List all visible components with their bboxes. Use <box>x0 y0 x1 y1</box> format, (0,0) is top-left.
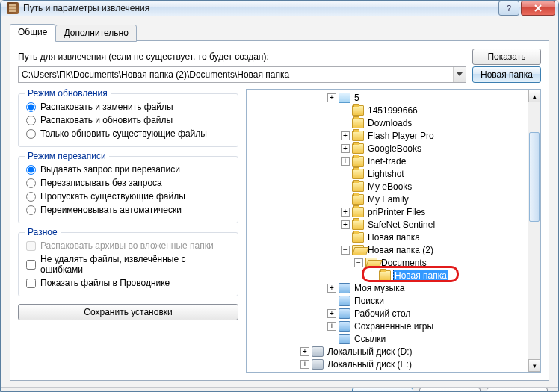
scroll-up-button[interactable]: ▴ <box>528 90 540 102</box>
folder-icon <box>352 232 364 243</box>
scroll-track[interactable] <box>528 102 540 359</box>
check-keep-broken[interactable]: Не удалять файлы, извлечённые с ошибками <box>26 252 230 276</box>
tree-item-label: Локальный диск (E:) <box>326 359 413 370</box>
tree-item[interactable]: My eBooks <box>247 180 528 193</box>
folder-icon <box>352 194 364 205</box>
collapse-icon[interactable]: − <box>354 258 363 267</box>
radio-extract-update[interactable]: Распаковать и обновить файлы <box>26 113 230 127</box>
expand-icon[interactable]: + <box>341 220 350 229</box>
path-dropdown-button[interactable] <box>453 67 466 82</box>
folder-icon <box>352 181 364 192</box>
docfolder-icon <box>339 93 350 103</box>
group-update-mode: Режим обновления Распаковать и заменить … <box>18 93 238 147</box>
tree-item[interactable]: −Documents <box>247 256 528 269</box>
tree-item[interactable]: −Новая папка (2) <box>247 243 528 256</box>
tree-item[interactable]: Downloads <box>247 116 528 129</box>
folder-tree-panel: +51451999666Downloads+Flash Player Pro+G… <box>246 89 541 373</box>
save-settings-button[interactable]: Сохранить установки <box>18 304 238 320</box>
tree-item[interactable]: +Локальный диск (E:) <box>247 358 528 370</box>
tree-item-label: Documents <box>380 258 428 268</box>
tree-scrollbar[interactable]: ▴ ▾ <box>528 90 540 372</box>
tree-item[interactable]: Новая папка <box>247 269 528 281</box>
folder-icon <box>352 131 364 141</box>
tab-advanced[interactable]: Дополнительно <box>55 25 136 42</box>
folder-icon <box>352 169 364 179</box>
tree-item-label: priPrinter Files <box>366 207 427 217</box>
tree-item[interactable]: Поиски <box>247 294 528 307</box>
folder-icon <box>352 207 364 217</box>
close-button[interactable] <box>521 1 555 16</box>
tree-item[interactable]: +priPrinter Files <box>247 205 528 218</box>
expand-icon[interactable]: + <box>300 360 309 369</box>
expand-icon[interactable]: + <box>341 131 350 140</box>
expand-icon[interactable]: + <box>327 322 336 331</box>
expand-icon[interactable]: + <box>327 309 336 318</box>
group-misc-legend: Разное <box>25 227 61 237</box>
tree-item-label: Ссылки <box>353 334 387 344</box>
folder-icon <box>352 143 364 154</box>
tree-item[interactable]: Новая папка <box>247 231 528 243</box>
chevron-down-icon <box>457 72 463 77</box>
tree-item-label: Сохраненные игры <box>353 321 435 332</box>
path-combobox[interactable] <box>18 66 466 83</box>
radio-skip[interactable]: Пропускать существующие файлы <box>26 190 230 203</box>
group-overwrite-legend: Режим перезаписи <box>25 151 109 161</box>
show-button[interactable]: Показать <box>472 49 541 65</box>
expand-icon[interactable]: + <box>300 347 309 356</box>
tab-strip: Общие Дополнительно <box>10 24 549 41</box>
folder-icon <box>352 156 364 167</box>
radio-only-update[interactable]: Только обновить существующие файлы <box>26 127 230 140</box>
tree-item[interactable]: +Рабочий стол <box>247 307 528 320</box>
ok-button[interactable]: ОК <box>352 388 413 392</box>
tree-item-label: Lightshot <box>366 169 406 179</box>
tree-item-label: Inet-trade <box>366 156 407 167</box>
tree-item[interactable]: +SafeNet Sentinel <box>247 218 528 231</box>
path-input[interactable] <box>19 69 453 80</box>
expand-icon[interactable]: + <box>341 208 350 217</box>
group-update-legend: Режим обновления <box>25 89 111 99</box>
check-show-explorer[interactable]: Показать файлы в Проводнике <box>26 276 230 290</box>
expand-icon[interactable]: + <box>341 144 350 153</box>
collapse-icon[interactable]: − <box>341 246 350 255</box>
scroll-down-button[interactable]: ▾ <box>528 359 540 372</box>
tree-item[interactable]: +Сохраненные игры <box>247 320 528 332</box>
radio-ask[interactable]: Выдавать запрос при перезаписи <box>26 163 230 176</box>
tree-item-label: Моя музыка <box>353 283 406 293</box>
tree-item[interactable]: 1451999666 <box>247 104 528 116</box>
help-footer-button[interactable]: Справка <box>487 388 548 392</box>
tree-item[interactable]: My Family <box>247 193 528 205</box>
tree-item[interactable]: +Flash Player Pro <box>247 129 528 142</box>
tree-item[interactable]: Ссылки <box>247 332 528 345</box>
folder-icon <box>352 118 364 128</box>
tree-item[interactable]: Lightshot <box>247 167 528 180</box>
tree-item[interactable]: +5 <box>247 91 528 104</box>
expand-icon[interactable]: + <box>327 284 336 293</box>
tree-item-label: Новая папка (2) <box>366 245 435 255</box>
tree-item[interactable]: +Inet-trade <box>247 155 528 167</box>
tree-item[interactable]: +GoogleBooks <box>247 142 528 155</box>
radio-rename[interactable]: Переименовывать автоматически <box>26 203 230 217</box>
cancel-button[interactable]: Отмена <box>419 388 481 392</box>
tree-item[interactable]: +Локальный диск (D:) <box>247 345 528 358</box>
folder-tree[interactable]: +51451999666Downloads+Flash Player Pro+G… <box>247 90 528 372</box>
tree-item[interactable]: +Моя музыка <box>247 281 528 294</box>
tab-general[interactable]: Общие <box>10 24 55 41</box>
tree-item-label: Downloads <box>366 118 413 128</box>
group-misc: Разное Распаковать архивы во вложенные п… <box>18 232 238 296</box>
tree-item-label: Рабочий стол <box>353 308 412 319</box>
expand-icon[interactable]: + <box>327 93 336 102</box>
help-button[interactable]: ? <box>498 1 519 16</box>
tree-item-label: Локальный диск (D:) <box>326 346 414 357</box>
radio-overwrite[interactable]: Перезаписывать без запроса <box>26 176 230 190</box>
radio-extract-replace[interactable]: Распаковать и заменить файлы <box>26 100 230 113</box>
scroll-thumb[interactable] <box>529 132 540 222</box>
new-folder-button[interactable]: Новая папка <box>472 66 541 83</box>
expand-icon[interactable]: + <box>341 157 350 166</box>
app-icon <box>7 2 19 14</box>
folder-open-icon <box>352 245 364 255</box>
tree-item-label: Новая папка <box>366 232 421 243</box>
tree-item-label: 5 <box>353 93 361 103</box>
left-column: Режим обновления Распаковать и заменить … <box>18 89 238 373</box>
special-icon <box>339 296 350 306</box>
titlebar[interactable]: Путь и параметры извлечения ? <box>1 1 558 16</box>
